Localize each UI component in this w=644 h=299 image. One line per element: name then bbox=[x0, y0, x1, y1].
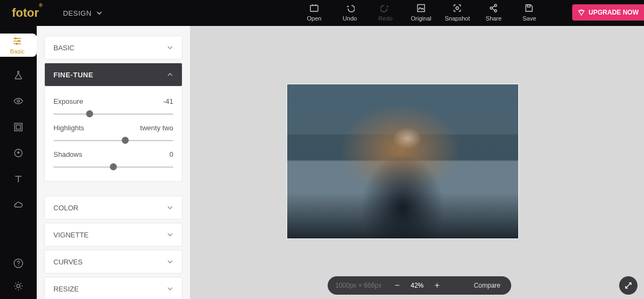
rail-frames[interactable] bbox=[0, 119, 37, 135]
section-finetune-label: FINE-TUNE bbox=[53, 71, 93, 79]
exposure-value: -41 bbox=[163, 97, 173, 105]
rail-cloud[interactable] bbox=[0, 197, 37, 212]
left-rail: Basic bbox=[0, 26, 37, 299]
canvas-area[interactable]: 1000px × 666px − 42% + Compare bbox=[190, 26, 644, 299]
open-icon bbox=[309, 3, 319, 13]
logo: fotor® bbox=[12, 6, 43, 20]
redo-button[interactable]: Redo bbox=[374, 3, 397, 22]
section-curves[interactable]: CURVES bbox=[44, 250, 182, 274]
share-button[interactable]: Share bbox=[482, 3, 505, 22]
top-bar: fotor® DESIGN Open Undo Redo Original Sn… bbox=[0, 0, 644, 26]
snapshot-label: Snapshot bbox=[445, 15, 470, 22]
svg-rect-11 bbox=[15, 123, 22, 131]
canvas-image[interactable] bbox=[287, 84, 518, 238]
shadows-track[interactable] bbox=[53, 163, 173, 171]
svg-point-8 bbox=[18, 40, 20, 42]
share-icon bbox=[489, 3, 498, 13]
frame-icon bbox=[13, 122, 24, 132]
sliders-icon bbox=[12, 36, 23, 46]
save-icon bbox=[524, 3, 534, 13]
save-label: Save bbox=[523, 15, 536, 22]
expand-button[interactable] bbox=[619, 276, 638, 295]
undo-button[interactable]: Undo bbox=[338, 3, 362, 22]
rail-beauty[interactable] bbox=[0, 94, 37, 109]
text-icon bbox=[13, 174, 24, 184]
adjust-panel: BASIC FINE-TUNE Exposure -41 Highlights … bbox=[37, 26, 190, 299]
svg-point-3 bbox=[490, 7, 492, 9]
eye-icon bbox=[13, 96, 24, 107]
open-button[interactable]: Open bbox=[302, 3, 326, 22]
save-button[interactable]: Save bbox=[517, 3, 541, 22]
highlights-track[interactable] bbox=[53, 136, 173, 145]
share-label: Share bbox=[486, 15, 501, 22]
chevron-down-icon bbox=[96, 10, 103, 16]
cloud-icon bbox=[13, 200, 24, 210]
section-finetune[interactable]: FINE-TUNE bbox=[44, 63, 182, 87]
redo-label: Redo bbox=[378, 15, 392, 22]
zoom-in-button[interactable]: + bbox=[429, 281, 445, 290]
rail-effects[interactable] bbox=[0, 68, 37, 83]
chevron-down-icon bbox=[167, 44, 173, 51]
svg-point-10 bbox=[17, 100, 19, 102]
chevron-down-icon bbox=[167, 285, 173, 292]
highlights-value: twenty two bbox=[140, 124, 173, 132]
shadows-slider[interactable]: Shadows 0 bbox=[53, 150, 173, 171]
logo-registered: ® bbox=[39, 3, 43, 8]
zoom-value: 42% bbox=[405, 282, 429, 289]
svg-point-16 bbox=[17, 284, 20, 288]
svg-rect-0 bbox=[310, 5, 318, 11]
shadows-label: Shadows bbox=[53, 150, 82, 158]
star-circle-icon bbox=[13, 148, 24, 158]
rail-stickers[interactable] bbox=[0, 145, 37, 161]
highlights-label: Highlights bbox=[53, 124, 84, 132]
exposure-slider[interactable]: Exposure -41 bbox=[53, 97, 173, 118]
rail-basic-label: Basic bbox=[10, 48, 25, 55]
chevron-up-icon bbox=[167, 71, 173, 78]
svg-point-2 bbox=[456, 7, 459, 10]
status-bar: 1000px × 666px − 42% + Compare bbox=[328, 276, 511, 295]
logo-text: fotor bbox=[12, 6, 39, 19]
compare-button[interactable]: Compare bbox=[474, 282, 511, 289]
svg-point-7 bbox=[15, 37, 17, 39]
expand-icon bbox=[624, 281, 633, 290]
svg-rect-6 bbox=[527, 5, 530, 7]
original-button[interactable]: Original bbox=[409, 3, 433, 22]
settings-icon[interactable] bbox=[13, 281, 24, 291]
snapshot-icon bbox=[452, 3, 462, 13]
section-basic-label: BASIC bbox=[53, 44, 74, 52]
section-basic[interactable]: BASIC bbox=[44, 36, 182, 59]
zoom-out-button[interactable]: − bbox=[389, 281, 405, 290]
exposure-track[interactable] bbox=[53, 110, 173, 118]
rail-text[interactable] bbox=[0, 171, 37, 187]
section-vignette[interactable]: VIGNETTE bbox=[44, 223, 182, 247]
section-resize-label: RESIZE bbox=[53, 285, 79, 293]
original-icon bbox=[416, 3, 426, 13]
help-icon[interactable] bbox=[13, 258, 24, 269]
finetune-body: Exposure -41 Highlights twenty two Shado… bbox=[44, 87, 182, 182]
section-resize[interactable]: RESIZE bbox=[44, 277, 182, 299]
svg-point-15 bbox=[18, 265, 19, 266]
rail-bottom bbox=[13, 258, 24, 291]
image-dimensions: 1000px × 666px bbox=[328, 282, 389, 289]
svg-rect-1 bbox=[418, 5, 425, 12]
svg-point-4 bbox=[494, 4, 497, 6]
open-label: Open bbox=[307, 15, 322, 22]
svg-point-5 bbox=[494, 10, 497, 12]
snapshot-button[interactable]: Snapshot bbox=[445, 3, 470, 22]
exposure-label: Exposure bbox=[53, 97, 83, 105]
section-color[interactable]: COLOR bbox=[44, 196, 182, 220]
upgrade-button[interactable]: UPGRADE NOW bbox=[572, 4, 644, 21]
rail-basic[interactable]: Basic bbox=[0, 34, 37, 57]
highlights-slider[interactable]: Highlights twenty two bbox=[53, 124, 173, 145]
diamond-icon bbox=[578, 9, 585, 16]
design-dropdown[interactable]: DESIGN bbox=[63, 9, 103, 17]
flask-icon bbox=[13, 70, 24, 81]
upgrade-label: UPGRADE NOW bbox=[588, 9, 639, 16]
redo-icon bbox=[381, 3, 390, 13]
original-label: Original bbox=[411, 15, 431, 22]
chevron-down-icon bbox=[167, 258, 173, 265]
undo-label: Undo bbox=[343, 15, 357, 22]
undo-icon bbox=[345, 3, 355, 13]
section-vignette-label: VIGNETTE bbox=[53, 231, 89, 239]
svg-rect-12 bbox=[16, 125, 21, 129]
